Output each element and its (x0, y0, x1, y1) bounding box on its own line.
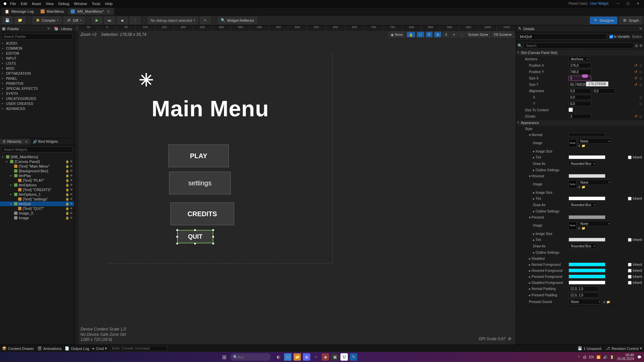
zorder-input[interactable] (569, 114, 591, 119)
inherit-checkbox[interactable] (628, 275, 632, 279)
draw-as-dropdown[interactable]: Rounded Box (569, 243, 597, 249)
maximize-icon[interactable]: ▢ (623, 1, 633, 7)
reset-icon[interactable]: ↺ (634, 70, 637, 74)
play-button[interactable]: ▶ (92, 17, 102, 24)
pressed-fg-label[interactable]: ▸ Pressed Foreground (523, 275, 567, 279)
menu-window[interactable]: Window (74, 2, 87, 6)
reset-icon[interactable]: ↺ (634, 76, 637, 80)
console-input[interactable] (110, 346, 167, 351)
task-icon[interactable]: ◉ (303, 353, 310, 361)
quit-menu-button[interactable]: QUIT (177, 230, 213, 243)
normal-fg-swatch[interactable] (569, 262, 605, 266)
position-x-input[interactable] (569, 63, 591, 68)
lock-icon[interactable]: 🔒 (65, 197, 69, 201)
widget-reflector-button[interactable]: 🔍Widget Reflector (218, 17, 257, 24)
tray-wifi-icon[interactable]: 📶 (596, 355, 600, 359)
close-icon[interactable]: ✕ (633, 1, 643, 7)
eye-icon[interactable]: 👁 (70, 197, 73, 201)
compile-button[interactable]: ⬢Compile▾ (33, 17, 61, 24)
minimize-icon[interactable]: ─ (613, 1, 623, 7)
tint-swatch[interactable] (569, 155, 605, 159)
task-icon[interactable]: ▭ (284, 353, 291, 361)
settings-menu-button[interactable]: settings (169, 172, 231, 194)
hovered-fg-swatch[interactable] (569, 268, 605, 273)
grid-button[interactable]: ⊞ (434, 32, 441, 38)
menu-view[interactable]: View (46, 2, 54, 6)
tree-item[interactable]: ▾[Canvas Panel]🔒👁 (0, 159, 74, 164)
normal-fg-label[interactable]: ▸ Normal Foreground (523, 263, 567, 266)
tree-item[interactable]: ▾btnOptions🔒👁 (0, 183, 74, 187)
eye-icon[interactable]: 👁 (70, 212, 73, 215)
image-dropdown[interactable]: None (578, 180, 611, 185)
designer-tab-button[interactable]: ✎Designer (590, 17, 617, 24)
tree-item[interactable]: ▾btnPlay🔒👁 (0, 173, 74, 178)
size-to-content-checkbox[interactable] (569, 108, 573, 112)
eye-icon[interactable]: 👁 (70, 160, 73, 163)
tray-chevron-icon[interactable]: ^ (578, 355, 580, 359)
alignment-y-input[interactable] (592, 88, 615, 94)
lock-icon[interactable]: 🔒 (65, 193, 69, 196)
bind-icon[interactable]: ◇ (639, 70, 642, 74)
task-icon[interactable]: U (340, 353, 348, 361)
tint-label[interactable]: ▸ Tint (523, 156, 567, 159)
tab-wb-mainmenu[interactable]: WB_MainMenu* ✕ (68, 8, 114, 15)
inherit-checkbox[interactable] (628, 238, 632, 242)
zoom-in-button[interactable]: + (451, 32, 458, 38)
lock-icon[interactable]: 🔒 (65, 183, 69, 187)
x-input[interactable] (569, 95, 591, 100)
eye-icon[interactable]: 👁 (70, 174, 73, 177)
task-icon[interactable]: 📁 (293, 353, 301, 361)
content-drawer-button[interactable]: 📦Content Drawer (2, 346, 34, 351)
hovered-header[interactable]: ▾ Hovered (523, 174, 567, 178)
eye-icon[interactable]: 👁 (70, 216, 73, 220)
filter-icon[interactable]: ⊞ (635, 44, 638, 48)
lock-icon[interactable]: 🔒 (65, 174, 69, 177)
start-icon[interactable]: ⊞ (222, 354, 226, 360)
eye-icon[interactable]: 👁 (70, 179, 73, 182)
taskbar-search[interactable]: 🔍 (230, 353, 271, 361)
step-button[interactable]: ⏭ (104, 17, 115, 24)
locate-button[interactable]: ⤷ (200, 17, 211, 24)
tree-item[interactable]: [Text] "PLAY"🔒👁 (0, 178, 74, 183)
snap-value[interactable]: 4 (443, 32, 449, 38)
image-size-label[interactable]: ▸ Image Size (523, 149, 567, 153)
task-icon[interactable]: ▣ (331, 353, 338, 361)
tray-volume-icon[interactable]: 🔊 (603, 355, 607, 359)
appearance-header[interactable]: Appearance (516, 120, 644, 126)
resize-handle[interactable] (212, 242, 214, 245)
normal-padding-input[interactable] (569, 286, 599, 291)
reset-icon[interactable]: ↺ (634, 63, 637, 68)
tab-mainmenu-level[interactable]: MainMenu (38, 8, 68, 15)
tree-item[interactable]: Image🔒👁 (0, 216, 74, 220)
tree-item[interactable]: ▾btnQuit🔒👁 (0, 201, 74, 206)
is-variable-checkbox[interactable] (609, 35, 613, 39)
reset-icon[interactable]: ↺ (634, 114, 637, 119)
resize-handle[interactable] (176, 242, 178, 245)
slot-section-header[interactable]: Slot (Canvas Panel Slot) (516, 50, 644, 56)
designer-viewport[interactable]: -500501001502002503003504004505005506006… (74, 25, 516, 345)
tray-battery-icon[interactable]: 🔋 (610, 355, 614, 359)
library-tab[interactable]: Library (61, 27, 72, 31)
pressed-padding-label[interactable]: ▸ Pressed Padding (523, 293, 567, 297)
lock-icon[interactable]: 🔒 (65, 179, 69, 182)
tree-item[interactable]: ▾[WB_MainMenu] (0, 155, 74, 159)
task-icon[interactable]: ○ (312, 353, 320, 361)
play-menu-button[interactable]: PLAY (168, 144, 229, 167)
draw-as-dropdown[interactable]: Rounded Box (569, 161, 597, 166)
image-thumb[interactable]: None (569, 222, 577, 230)
bind-icon[interactable]: ◇ (639, 76, 642, 80)
palette-category[interactable]: SYNTH (0, 91, 74, 96)
lock-icon[interactable]: 🔒 (65, 212, 69, 215)
reset-icon[interactable]: ↺ (634, 82, 637, 87)
lock-icon[interactable]: 🔒 (65, 169, 69, 173)
widget-name-input[interactable] (518, 34, 607, 40)
lock-icon[interactable]: 🔒 (65, 216, 69, 220)
palette-category[interactable]: SPECIAL EFFECTS (0, 86, 74, 91)
tint-label[interactable]: ▸ Tint (523, 238, 567, 242)
eye-icon[interactable]: 👁 (70, 165, 73, 168)
palette-category[interactable]: LISTS (0, 61, 74, 66)
palette-category[interactable]: ADVANCED (0, 106, 74, 111)
pressed-sound-dropdown[interactable]: None (569, 299, 602, 304)
palette-close-icon[interactable]: ✕ (47, 26, 50, 31)
inherit-checkbox[interactable] (628, 269, 632, 273)
